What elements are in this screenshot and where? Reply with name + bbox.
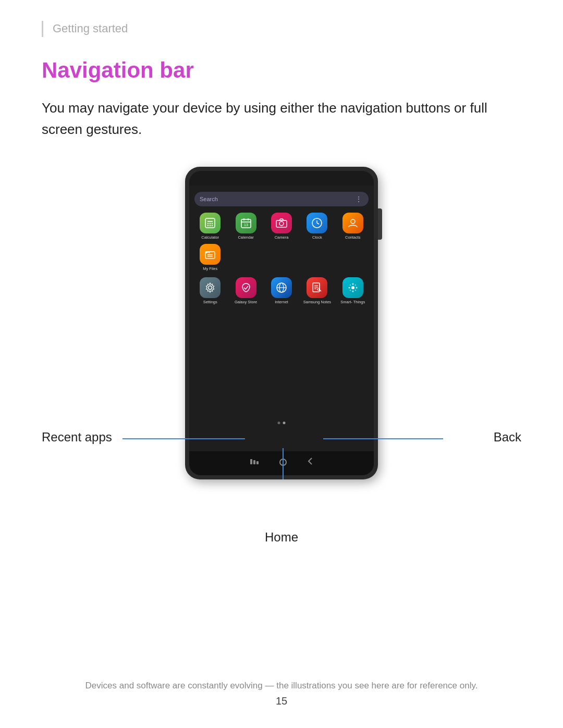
app-icon-internet — [271, 277, 292, 298]
nav-bar — [189, 451, 374, 475]
app-icon-samsungnotes — [307, 277, 327, 298]
svg-point-22 — [209, 286, 212, 289]
svg-point-30 — [317, 288, 320, 290]
app-camera: Camera — [266, 213, 297, 240]
app-label-calendar: Calendar — [238, 235, 253, 240]
svg-point-2 — [207, 223, 209, 224]
footer-disclaimer: Devices and software are constantly evol… — [0, 681, 563, 691]
app-icon-calendar: 13 — [236, 213, 256, 233]
app-label-contacts: Contacts — [345, 235, 361, 240]
tablet-screen: Search ⋮ Calculator — [189, 171, 374, 475]
app-samsungnotes: Samsung Notes — [301, 277, 333, 304]
label-back: Back — [494, 430, 521, 445]
app-clock: Clock — [301, 213, 333, 240]
nav-recent-button — [250, 459, 259, 465]
svg-point-31 — [351, 286, 354, 289]
nav-back-button — [308, 458, 313, 466]
app-icon-contacts — [342, 213, 363, 233]
nav-home-button — [279, 459, 287, 466]
app-icon-myfiles — [200, 244, 221, 265]
app-grid-row2: Settings Galaxy Store — [189, 275, 374, 306]
app-icon-galaxystore — [236, 277, 256, 298]
nav-buttons — [250, 458, 313, 466]
diagram-container: Search ⋮ Calculator — [42, 167, 521, 532]
svg-point-37 — [355, 285, 356, 286]
svg-point-34 — [348, 287, 350, 288]
svg-point-5 — [207, 225, 209, 226]
breadcrumb: Getting started — [42, 21, 521, 37]
svg-point-38 — [350, 290, 351, 291]
app-smartthings: Smart- Things — [337, 277, 369, 304]
tablet-device: Search ⋮ Calculator — [185, 167, 378, 479]
app-icon-calculator — [200, 213, 221, 233]
section-title: Navigation bar — [42, 58, 521, 83]
page-dots — [278, 422, 286, 424]
app-label-calculator: Calculator — [201, 235, 219, 240]
page-dot-1 — [278, 422, 280, 424]
svg-point-14 — [279, 221, 284, 226]
app-grid-row1: Calculator 13 Calendar — [189, 211, 374, 273]
app-calendar: 13 Calendar — [230, 213, 261, 240]
app-label-internet: Internet — [275, 300, 288, 304]
footer-page-number: 15 — [0, 695, 563, 707]
search-menu-icon: ⋮ — [355, 195, 363, 203]
app-icon-settings — [200, 277, 221, 298]
app-label-myfiles: My Files — [203, 266, 217, 271]
app-internet: Internet — [266, 277, 297, 304]
search-text: Search — [200, 196, 218, 202]
app-settings: Settings — [194, 277, 226, 304]
app-contacts: Contacts — [337, 213, 369, 240]
svg-rect-41 — [253, 460, 255, 464]
app-galaxystore: Galaxy Store — [230, 277, 261, 304]
svg-point-36 — [350, 285, 351, 286]
svg-point-33 — [352, 290, 353, 292]
body-text: You may navigate your device by using ei… — [42, 97, 521, 141]
app-icon-smartthings — [342, 277, 363, 298]
svg-point-3 — [210, 223, 211, 224]
svg-rect-42 — [256, 461, 259, 464]
svg-point-39 — [355, 290, 356, 291]
svg-point-32 — [352, 283, 353, 285]
svg-point-6 — [210, 225, 211, 226]
svg-point-18 — [351, 219, 355, 224]
svg-point-4 — [212, 223, 213, 224]
app-calculator: Calculator — [194, 213, 226, 240]
label-home: Home — [265, 530, 298, 545]
app-icon-camera — [271, 213, 292, 233]
footer: Devices and software are constantly evol… — [0, 681, 563, 707]
svg-point-35 — [356, 287, 357, 288]
svg-line-17 — [317, 223, 319, 224]
search-bar: Search ⋮ — [194, 192, 369, 206]
app-label-smartthings: Smart- Things — [340, 300, 365, 304]
page-dot-2 — [283, 422, 286, 424]
app-myfiles: My Files — [194, 244, 226, 271]
app-label-camera: Camera — [275, 235, 289, 240]
app-label-settings: Settings — [203, 300, 217, 304]
app-label-galaxystore: Galaxy Store — [235, 300, 257, 304]
svg-point-7 — [212, 225, 213, 226]
svg-text:13: 13 — [244, 223, 248, 227]
page-container: Getting started Navigation bar You may n… — [0, 0, 563, 728]
svg-rect-40 — [250, 459, 252, 464]
app-icon-clock — [307, 213, 327, 233]
screen-content: Search ⋮ Calculator — [189, 186, 374, 451]
label-recent-apps: Recent apps — [42, 430, 112, 445]
app-label-clock: Clock — [312, 235, 322, 240]
app-label-samsungnotes: Samsung Notes — [303, 300, 331, 304]
